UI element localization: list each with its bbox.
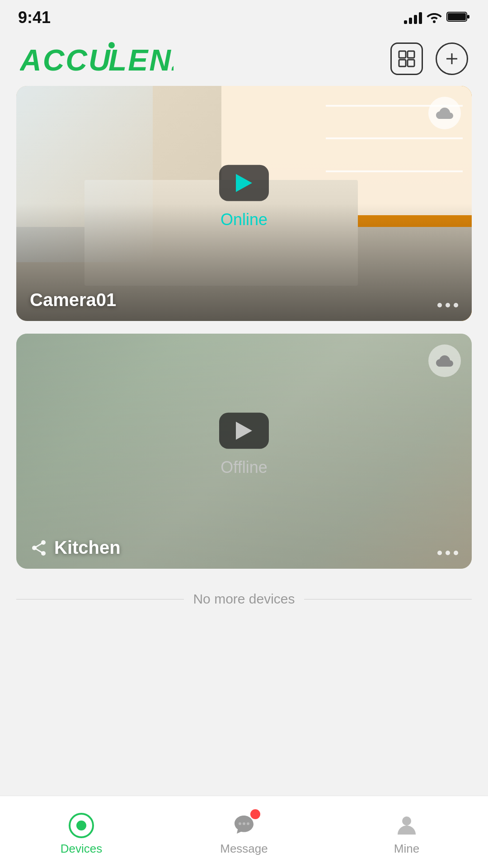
- svg-point-18: [243, 822, 245, 825]
- cloud-storage-button[interactable]: [428, 97, 461, 129]
- no-more-text: No more devices: [193, 591, 295, 607]
- mine-icon: [394, 813, 419, 838]
- app-logo: ACCU LENZ: [20, 41, 174, 77]
- play-area-kitchen: Offline: [219, 413, 269, 477]
- svg-rect-2: [467, 15, 469, 19]
- svg-line-16: [34, 548, 43, 553]
- svg-rect-7: [408, 51, 414, 58]
- divider-right: [304, 599, 472, 599]
- grid-view-button[interactable]: [390, 42, 423, 75]
- devices-icon: [69, 813, 94, 838]
- svg-rect-6: [399, 51, 406, 58]
- logo-svg: ACCU LENZ: [20, 41, 174, 77]
- status-time: 9:41: [18, 8, 51, 27]
- card-bottom-camera01: Camera01: [16, 279, 472, 321]
- wifi-icon: [427, 10, 442, 25]
- svg-rect-1: [448, 13, 466, 20]
- svg-point-17: [239, 822, 241, 825]
- mine-label: Mine: [394, 842, 419, 856]
- svg-text:LENZ: LENZ: [108, 43, 174, 77]
- nav-item-message[interactable]: Message: [163, 808, 325, 856]
- svg-point-5: [108, 42, 115, 48]
- nav-item-devices[interactable]: Devices: [0, 808, 163, 856]
- status-icons: [404, 10, 470, 25]
- message-badge: [250, 809, 260, 819]
- svg-rect-9: [408, 60, 414, 66]
- header: ACCU LENZ: [0, 32, 488, 86]
- devices-icon-wrap: [69, 813, 94, 838]
- kitchen-name: Kitchen: [54, 538, 121, 558]
- devices-icon-inner: [76, 821, 86, 830]
- more-options-button[interactable]: [437, 303, 458, 310]
- no-more-devices: No more devices: [0, 573, 488, 625]
- offline-status: Offline: [221, 458, 267, 477]
- play-triangle-icon: [236, 174, 252, 192]
- svg-rect-8: [399, 60, 406, 66]
- camera-name: Camera01: [30, 290, 116, 310]
- card-bottom-kitchen: Kitchen: [16, 527, 472, 569]
- devices-label: Devices: [61, 842, 102, 856]
- header-actions: [390, 42, 468, 75]
- camera-card-camera01[interactable]: Online Camera01: [16, 86, 472, 321]
- online-status: Online: [221, 210, 267, 229]
- cloud-storage-button-kitchen[interactable]: [428, 344, 461, 377]
- divider-left: [16, 599, 184, 599]
- camera-card-kitchen[interactable]: Offline Kitchen: [16, 334, 472, 569]
- signal-icon: [404, 11, 422, 24]
- play-triangle-offline-icon: [236, 422, 252, 440]
- status-bar: 9:41: [0, 0, 488, 32]
- play-area: Online: [219, 165, 269, 229]
- more-options-button-kitchen[interactable]: [437, 551, 458, 558]
- message-icon-wrap: [231, 813, 257, 838]
- bottom-spacer: [0, 625, 488, 715]
- share-icon: [30, 539, 48, 557]
- add-device-button[interactable]: [436, 42, 468, 75]
- nav-item-mine[interactable]: Mine: [325, 808, 488, 856]
- mine-icon-wrap: [394, 813, 419, 838]
- svg-line-15: [34, 542, 43, 548]
- camera-cards: Online Camera01: [0, 86, 488, 569]
- svg-text:ACCU: ACCU: [20, 43, 112, 77]
- battery-icon: [446, 10, 470, 25]
- svg-point-20: [402, 816, 411, 826]
- svg-point-19: [247, 822, 249, 825]
- play-button-kitchen[interactable]: [219, 413, 269, 449]
- message-label: Message: [220, 842, 268, 856]
- bottom-nav: Devices Message Mine: [0, 796, 488, 868]
- play-button[interactable]: [219, 165, 269, 201]
